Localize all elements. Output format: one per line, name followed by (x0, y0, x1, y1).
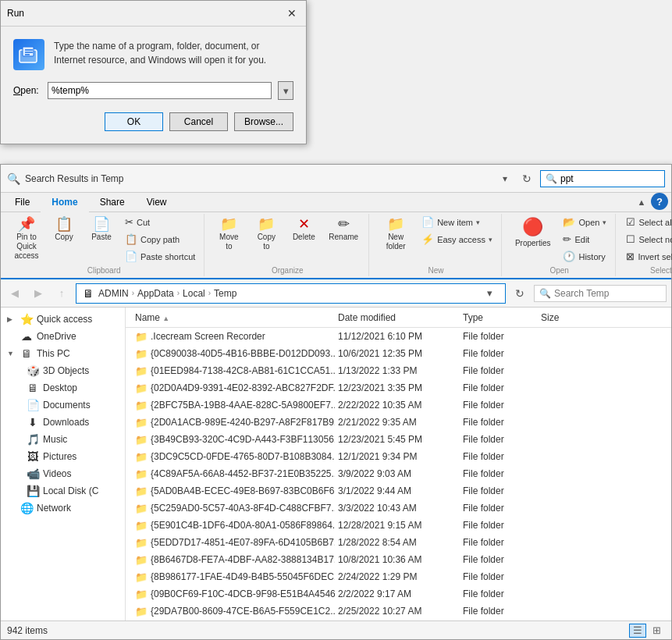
table-row[interactable]: 📁 {01EED984-7138-42C8-AB81-61C1CCA51... … (126, 362, 671, 379)
file-list[interactable]: 📁 .Icecream Screen Recorder 11/12/2021 6… (126, 328, 671, 620)
column-name-header[interactable]: Name ▲ (132, 312, 335, 323)
select-none-button[interactable]: ☐ Select none (622, 231, 672, 247)
nav-music[interactable]: 🎵 Music (7, 431, 125, 448)
delete-button[interactable]: ✕ Delete (286, 214, 322, 245)
new-folder-button[interactable]: 📁 Newfolder (375, 214, 416, 254)
table-row[interactable]: 📁 {0C890038-40D5-4B16-BBBE-D012DD093... … (126, 345, 671, 362)
copy-to-button[interactable]: 📁 Copyto (248, 214, 284, 254)
list-view-button[interactable]: ☰ (629, 624, 646, 638)
file-name-cell: 📁 {4C89AF5A-66A8-4452-BF37-21E0B35225... (132, 468, 335, 480)
this-pc-label: This PC (37, 348, 119, 359)
table-row[interactable]: 📁 {3DC9C5CD-0FDE-4765-80D7-B108B3084... … (126, 448, 671, 465)
search-refresh-button[interactable]: ↻ (518, 170, 535, 187)
network-label: Network (37, 503, 119, 514)
run-browse-button[interactable]: Browse... (234, 112, 293, 131)
file-type-cell: File folder (460, 348, 538, 359)
run-ok-button[interactable]: OK (105, 112, 163, 131)
nav-quick-access[interactable]: ▶ ⭐ Quick access (1, 311, 125, 328)
edit-button[interactable]: ✏ Edit (559, 231, 610, 247)
address-dropdown-button[interactable]: ▾ (480, 284, 499, 303)
run-content: Type the name of a program, folder, docu… (1, 27, 306, 144)
run-title: Run (7, 8, 24, 19)
file-name-cell: 📁 {5EDD7D17-4851-4E07-89FA-6D4105B6B7... (132, 537, 335, 549)
column-modified-header[interactable]: Date modified (335, 312, 460, 323)
table-row[interactable]: 📁 .Icecream Screen Recorder 11/12/2021 6… (126, 328, 671, 345)
cut-button[interactable]: ✂ Cut (121, 214, 199, 230)
edit-icon: ✏ (563, 233, 571, 245)
column-size-header[interactable]: Size (538, 312, 600, 323)
nav-network[interactable]: 🌐 Network (1, 500, 125, 517)
new-item-button[interactable]: 📄 New item ▾ (418, 214, 496, 230)
run-open-input[interactable] (48, 82, 272, 99)
nav-this-pc[interactable]: ▼ 🖥 This PC (1, 345, 125, 362)
3d-objects-label: 3D Objects (43, 365, 119, 376)
nav-downloads[interactable]: ⬇ Downloads (7, 414, 125, 431)
addr-admin: ADMIN (98, 288, 129, 299)
nav-desktop[interactable]: 🖥 Desktop (7, 379, 125, 396)
properties-button[interactable]: 🔴 Properties (508, 214, 558, 251)
copy-path-button[interactable]: 📋 Copy path (121, 231, 199, 247)
nav-3d-objects[interactable]: 🎲 3D Objects (7, 362, 125, 379)
run-close-button[interactable]: ✕ (284, 5, 300, 21)
tab-view[interactable]: View (136, 193, 178, 212)
search-dropdown-button[interactable]: ▾ (496, 170, 514, 187)
documents-icon: 📄 (26, 399, 40, 411)
nav-pictures[interactable]: 🖼 Pictures (7, 448, 125, 465)
tab-home[interactable]: Home (41, 193, 88, 212)
invert-selection-button[interactable]: ⊠ Invert selection (622, 248, 672, 265)
folder-search-input[interactable] (554, 288, 661, 299)
move-to-button[interactable]: 📁 Moveto (211, 214, 247, 254)
table-row[interactable]: 📁 {5EDD7D17-4851-4E07-89FA-6D4105B6B7...… (126, 534, 671, 551)
search-results-bar: 🔍 Search Results in Temp ▾ ↻ 🔍 ✕ (1, 165, 671, 193)
column-type-header[interactable]: Type (460, 312, 538, 323)
nav-videos[interactable]: 📹 Videos (7, 465, 125, 482)
folder-icon: 📁 (135, 400, 148, 411)
folder-icon: 📁 (135, 554, 148, 566)
open-btn[interactable]: 📂 Open ▾ (559, 214, 610, 230)
nav-onedrive[interactable]: ☁ OneDrive (1, 328, 125, 345)
up-button[interactable]: ↑ (52, 284, 71, 303)
table-row[interactable]: 📁 {8B6467D8-FE7A-4DBF-AA82-3888134B17...… (126, 551, 671, 568)
table-row[interactable]: 📁 {5C259AD0-5C57-40A3-8F4D-C488CFBF7... … (126, 500, 671, 517)
nav-documents[interactable]: 📄 Documents (7, 396, 125, 414)
run-open-label: Open: (13, 85, 41, 96)
rename-button[interactable]: ✏ Rename (323, 214, 364, 245)
history-button[interactable]: 🕐 History (559, 248, 610, 265)
table-row[interactable]: 📁 {2BFC75BA-19B8-4AAE-828C-5A9800EF7... … (126, 396, 671, 414)
details-view-button[interactable]: ⊞ (648, 624, 665, 638)
table-row[interactable]: 📁 {8B986177-1FAE-4D49-B4B5-55045F6DEC...… (126, 568, 671, 585)
onedrive-icon: ☁ (20, 330, 34, 343)
table-row[interactable]: 📁 {3B49CB93-320C-4C9D-A443-F3BF113056...… (126, 431, 671, 448)
run-cancel-button[interactable]: Cancel (169, 112, 228, 131)
search-input[interactable] (560, 173, 672, 184)
clipboard-group: 📌 Pin to Quickaccess 📋 Copy 📄 Paste ✂ (4, 214, 204, 276)
file-name-cell: 📁 {02D0A4D9-9391-4E02-8392-ABC827F2DF... (132, 382, 335, 394)
tab-share[interactable]: Share (89, 193, 136, 212)
help-button[interactable]: ? (651, 193, 668, 210)
run-dropdown-btn[interactable]: ▾ (278, 81, 293, 100)
select-all-button[interactable]: ☑ Select all (622, 214, 672, 230)
refresh-button[interactable]: ↻ (510, 284, 529, 303)
move-to-icon: 📁 (220, 217, 237, 231)
new-group: 📁 Newfolder 📄 New item ▾ ⚡ Easy access ▾ (371, 214, 502, 276)
table-row[interactable]: 📁 {5AD0BA4B-ECEC-49E8-B697-83BC0B6F6... … (126, 482, 671, 500)
nav-local-disk[interactable]: 💾 Local Disk (C (7, 482, 125, 500)
table-row[interactable]: 📁 {4C89AF5A-66A8-4452-BF37-21E0B35225...… (126, 465, 671, 482)
run-open-row: Open: ▾ (13, 81, 293, 100)
paste-shortcut-button[interactable]: 📄 Paste shortcut (121, 248, 199, 265)
pin-to-quick-access-button[interactable]: 📌 Pin to Quickaccess (9, 214, 44, 264)
table-row[interactable]: 📁 {2D0A1ACB-989E-4240-B297-A8F2F817B9...… (126, 414, 671, 431)
tab-file[interactable]: File (4, 193, 41, 212)
forward-button[interactable]: ▶ (29, 284, 48, 303)
table-row[interactable]: 📁 {29DA7B00-8609-47CE-B6A5-F559CE1C2... … (126, 603, 671, 620)
table-row[interactable]: 📁 {5E901C4B-1DF6-4D0A-80A1-0586F89864...… (126, 517, 671, 534)
table-row[interactable]: 📁 {02D0A4D9-9391-4E02-8392-ABC827F2DF...… (126, 379, 671, 396)
file-modified-cell: 2/22/2022 10:35 AM (335, 400, 460, 411)
back-button[interactable]: ◀ (5, 284, 24, 303)
copy-button[interactable]: 📋 Copy (46, 214, 82, 245)
address-box[interactable]: 🖥 ADMIN › AppData › Local › Temp ▾ (76, 283, 506, 304)
ribbon-collapse-btn[interactable]: ▲ (632, 193, 651, 212)
paste-button[interactable]: 📄 Paste (84, 214, 119, 245)
easy-access-button[interactable]: ⚡ Easy access ▾ (418, 231, 496, 247)
table-row[interactable]: 📁 {09B0CF69-F10C-4DCB-9F98-E51B4A4546...… (126, 585, 671, 603)
